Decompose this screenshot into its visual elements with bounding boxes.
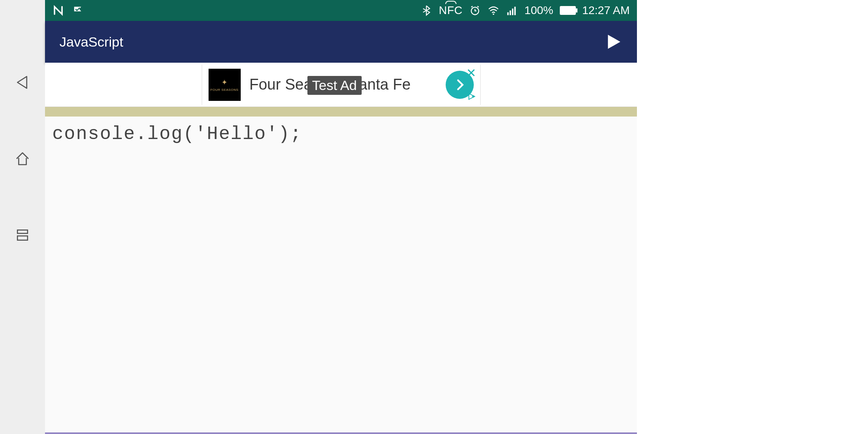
code-editor[interactable]: console.log('Hello'); — [45, 117, 637, 434]
signal-icon — [506, 4, 518, 16]
ad-badge: Test Ad — [307, 76, 362, 95]
play-icon — [604, 33, 622, 51]
ad-banner: ✦ FOUR SEASONS Four Seasons Santa Fe Tes… — [45, 63, 637, 107]
svg-marker-9 — [608, 35, 620, 49]
svg-point-4 — [493, 14, 494, 15]
blank-region — [637, 0, 868, 434]
check-flag-icon — [72, 4, 84, 16]
nfc-indicator: NFC — [439, 4, 463, 17]
back-button[interactable] — [12, 72, 33, 92]
n-icon — [52, 4, 64, 16]
android-status-bar: NFC 100% 12:27 AM — [45, 0, 637, 21]
alarm-icon — [469, 4, 481, 16]
battery-percent: 100% — [524, 4, 553, 17]
ad-close-button[interactable]: ✕ — [466, 67, 476, 79]
ad-logo: ✦ FOUR SEASONS — [209, 69, 241, 101]
home-button[interactable] — [12, 149, 33, 169]
svg-rect-7 — [512, 8, 514, 15]
wifi-icon — [487, 4, 500, 16]
app-bar: JavaScript — [45, 21, 637, 63]
svg-marker-0 — [17, 76, 27, 88]
app-title: JavaScript — [59, 34, 123, 50]
ad-info-icon[interactable] — [467, 92, 476, 102]
device-screen: NFC 100% 12:27 AM JavaScript ✦ FOUR SE — [45, 0, 637, 434]
svg-rect-1 — [17, 230, 27, 233]
clock: 12:27 AM — [582, 4, 630, 17]
code-content: console.log('Hello'); — [52, 124, 302, 145]
svg-rect-6 — [510, 10, 511, 15]
recents-button[interactable] — [12, 225, 33, 245]
svg-rect-8 — [514, 7, 516, 15]
chevron-right-icon — [453, 78, 467, 92]
bluetooth-icon — [420, 4, 432, 16]
svg-rect-2 — [17, 236, 27, 240]
svg-rect-5 — [507, 12, 509, 15]
android-nav-bar — [0, 0, 45, 434]
battery-icon — [560, 6, 576, 15]
separator-bar — [45, 107, 637, 117]
ad-unit[interactable]: ✦ FOUR SEASONS Four Seasons Santa Fe Tes… — [202, 65, 481, 105]
svg-point-11 — [472, 96, 474, 97]
ad-headline: Four Seasons Santa Fe Test Ad — [250, 76, 411, 94]
run-button[interactable] — [603, 32, 623, 52]
